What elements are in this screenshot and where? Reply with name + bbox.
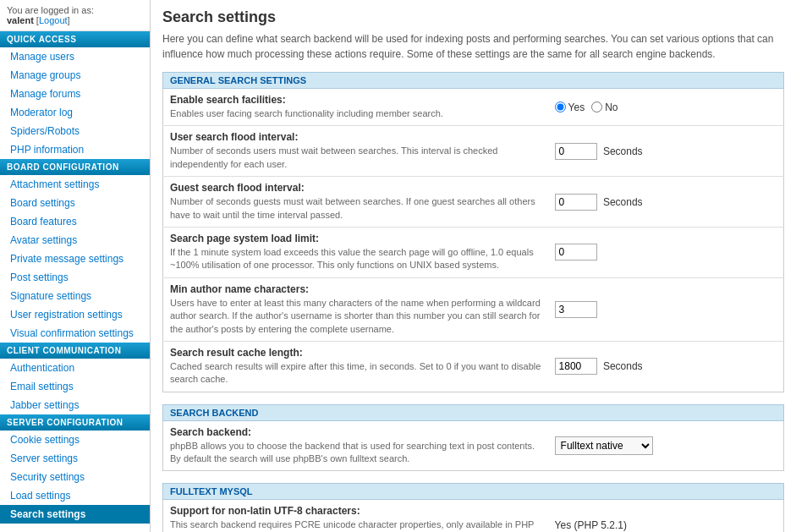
setting-desc: This search backend requires PCRE unicod…	[170, 518, 541, 532]
sidebar-item-moderator-log[interactable]: Moderator log	[0, 103, 150, 122]
sidebar-item-php-info[interactable]: PHP information	[0, 140, 150, 159]
setting-desc: Number of seconds users must wait betwee…	[170, 145, 541, 171]
table-row: User search flood interval: Number of se…	[163, 126, 784, 177]
sidebar: You are logged in as: valent [Logout] Qu…	[0, 0, 151, 532]
setting-desc: phpBB allows you to choose the backend t…	[170, 440, 541, 466]
logout-link[interactable]: Logout	[39, 15, 68, 25]
setting-name: Search page system load limit:	[170, 233, 541, 244]
min-author-chars-input[interactable]	[555, 301, 597, 318]
fulltext-mysql-header: Fulltext MySQL	[162, 483, 784, 500]
general-search-header: General Search Settings	[162, 72, 784, 89]
radio-yes[interactable]	[555, 101, 566, 112]
table-row: Min author name characters: Users have t…	[163, 277, 784, 341]
setting-name: Min author name characters:	[170, 283, 541, 295]
sidebar-item-load-settings[interactable]: Load settings	[0, 486, 150, 505]
seconds-label: Seconds	[603, 145, 643, 157]
sidebar-item-user-reg-settings[interactable]: User registration settings	[0, 305, 150, 324]
page-title: Search settings	[162, 8, 784, 26]
seconds-label: Seconds	[603, 196, 643, 208]
setting-desc: Number of seconds guests must wait betwe…	[170, 195, 541, 222]
main-content: Search settings Here you can define what…	[151, 0, 796, 532]
search-backend-header: Search Backend	[162, 404, 784, 421]
sidebar-item-board-settings[interactable]: Board settings	[0, 194, 150, 212]
board-config-header: Board Configuration	[0, 159, 150, 175]
general-search-section: General Search Settings Enable search fa…	[162, 72, 784, 392]
sidebar-item-authentication[interactable]: Authentication	[0, 359, 150, 377]
radio-no-label[interactable]: No	[591, 101, 618, 113]
fulltext-mysql-section: Fulltext MySQL Support for non-latin UTF…	[162, 483, 784, 532]
sidebar-item-manage-users[interactable]: Manage users	[0, 47, 150, 66]
sidebar-item-visual-confirm[interactable]: Visual confirmation settings	[0, 324, 150, 343]
setting-name: Search result cache length:	[170, 347, 541, 359]
general-search-table: Enable search facilities: Enables user f…	[162, 89, 784, 392]
fulltext-mysql-table: Support for non-latin UTF-8 characters: …	[162, 500, 784, 532]
server-config-header: Server Configuration	[0, 414, 150, 431]
radio-yes-label[interactable]: Yes	[555, 101, 585, 113]
sidebar-item-post-settings[interactable]: Post settings	[0, 268, 150, 287]
sidebar-item-email-settings[interactable]: Email settings	[0, 377, 150, 396]
sidebar-item-pm-settings[interactable]: Private message settings	[0, 250, 150, 268]
sidebar-item-board-features[interactable]: Board features	[0, 212, 150, 231]
setting-name: Support for non-latin UTF-8 characters:	[170, 505, 541, 517]
sidebar-item-jabber-settings[interactable]: Jabber settings	[0, 396, 150, 414]
table-row: Search page system load limit: If the 1 …	[163, 227, 784, 277]
sidebar-item-manage-forums[interactable]: Manage forums	[0, 85, 150, 103]
sidebar-item-cookie-settings[interactable]: Cookie settings	[0, 431, 150, 449]
quick-access-header: Quick Access	[0, 31, 150, 47]
sidebar-item-signature-settings[interactable]: Signature settings	[0, 287, 150, 305]
table-row: Guest search flood interval: Number of s…	[163, 177, 784, 228]
search-backend-select[interactable]: Fulltext native Fulltext MySQL Fulltext …	[555, 436, 653, 455]
sidebar-item-avatar-settings[interactable]: Avatar settings	[0, 231, 150, 250]
table-row: Support for non-latin UTF-8 characters: …	[163, 500, 784, 532]
guest-flood-input[interactable]	[555, 194, 597, 211]
table-row: Search result cache length: Cached searc…	[163, 341, 784, 392]
non-latin-value: Yes (PHP 5.2.1)	[555, 519, 627, 531]
setting-name: Guest search flood interval:	[170, 182, 541, 194]
client-comm-header: Client Communication	[0, 343, 150, 359]
setting-name: User search flood interval:	[170, 131, 541, 143]
system-load-input[interactable]	[555, 244, 597, 261]
setting-desc: Enables user facing search functionality…	[170, 107, 541, 120]
server-config-nav: Cookie settings Server settings Security…	[0, 431, 150, 524]
page-description: Here you can define what search backend …	[162, 31, 784, 62]
setting-name: Enable search facilities:	[170, 94, 541, 106]
enable-search-radio-group: Yes No	[555, 101, 777, 113]
sidebar-item-manage-groups[interactable]: Manage groups	[0, 66, 150, 85]
seconds-label: Seconds	[603, 360, 643, 372]
logged-in-label: You are logged in as:	[7, 5, 94, 15]
user-flood-input[interactable]	[555, 143, 597, 160]
sidebar-item-attachment-settings[interactable]: Attachment settings	[0, 175, 150, 194]
table-row: Search backend: phpBB allows you to choo…	[163, 421, 784, 471]
sidebar-item-server-settings[interactable]: Server settings	[0, 449, 150, 468]
client-comm-nav: Authentication Email settings Jabber set…	[0, 359, 150, 414]
user-info: You are logged in as: valent [Logout]	[0, 0, 150, 31]
board-config-nav: Attachment settings Board settings Board…	[0, 175, 150, 343]
sidebar-item-spiders-robots[interactable]: Spiders/Robots	[0, 122, 150, 140]
search-backend-table: Search backend: phpBB allows you to choo…	[162, 421, 784, 472]
setting-desc: Cached search results will expire after …	[170, 360, 541, 387]
sidebar-item-search-settings[interactable]: Search settings	[0, 505, 150, 524]
table-row: Enable search facilities: Enables user f…	[163, 89, 784, 126]
quick-access-nav: Manage users Manage groups Manage forums…	[0, 47, 150, 159]
setting-desc: Users have to enter at least this many c…	[170, 297, 541, 336]
setting-desc: If the 1 minute system load exceeds this…	[170, 246, 541, 272]
cache-length-input[interactable]	[555, 358, 597, 375]
search-backend-section: Search Backend Search backend: phpBB all…	[162, 404, 784, 472]
radio-no[interactable]	[591, 101, 602, 112]
username: valent	[7, 15, 34, 25]
sidebar-item-security-settings[interactable]: Security settings	[0, 468, 150, 486]
setting-name: Search backend:	[170, 426, 541, 438]
